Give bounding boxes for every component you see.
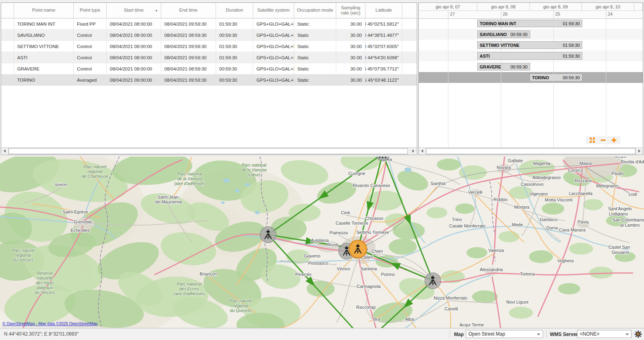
gantt-horizontal-scrollbar[interactable]: [419, 147, 643, 155]
left-arrow-icon: [421, 149, 423, 153]
cell-end: 08/04/2021 08:59:30: [161, 63, 216, 74]
gantt-hour-header[interactable]: gio apr 8, 09: [530, 3, 582, 10]
city-label: Cassolnovo: [521, 182, 543, 187]
column-header-duration[interactable]: Duration: [216, 3, 253, 18]
gantt-occupation-bar[interactable]: ASTI01:59:30: [477, 52, 582, 60]
gantt-occupation-bar[interactable]: SETTIMO VITTONE01:59:30: [477, 41, 582, 49]
table-row[interactable]: ASTIControl08/04/2021 08:00:0008/04/2021…: [1, 52, 417, 63]
station-marker-torino[interactable]: [349, 240, 367, 258]
gantt-occupation-bar[interactable]: SAVIGLIANO00:59:30: [477, 30, 530, 38]
station-marker-gravere[interactable]: [260, 227, 276, 243]
column-header-label: Duration: [226, 8, 243, 13]
table-row[interactable]: GRAVEREControl08/04/2021 08:00:0008/04/2…: [1, 63, 417, 74]
expand-icon[interactable]: [589, 137, 595, 143]
city-label: Piossasco: [308, 261, 328, 266]
scrollbar-thumb[interactable]: [8, 148, 408, 154]
city-label: Sant'Angelo: [608, 206, 632, 211]
map-source-label: Map: [454, 332, 464, 337]
wms-server-value: <NONE>: [580, 331, 600, 337]
cell-occ: Static: [294, 52, 336, 63]
column-header-blank[interactable]: [402, 3, 416, 18]
occupation-point-name: ASTI: [480, 54, 490, 58]
gantt-subheader-row: 27262524: [419, 11, 643, 19]
cell-end: 08/04/2021 09:59:30: [161, 74, 216, 85]
column-header-point-name[interactable]: Point name: [14, 3, 74, 18]
gantt-hour-header-row: gio apr 8, 07gio apr 8, 08gio apr 8, 09g…: [419, 3, 643, 11]
city-label: Saint-Jean-: [157, 195, 180, 199]
left-arrow-icon: [4, 149, 6, 153]
application-window: Point namePoint typeStart time▲End timeD…: [0, 0, 644, 340]
openstreetmap-canvas[interactable]: VoironSaint-ÉgrèveGrenobleÉchirollesSain…: [0, 157, 644, 328]
station-marker-asti[interactable]: [425, 273, 441, 289]
wms-server-dropdown[interactable]: <NONE>: [577, 330, 632, 338]
column-header-end-time[interactable]: End time: [161, 3, 216, 18]
gantt-hour-header[interactable]: gio apr 8, 10: [582, 3, 634, 10]
city-label: Lodi: [629, 192, 637, 197]
gantt-body[interactable]: TORINO MAN INT01:59:30SAVIGLIANO00:59:30…: [419, 18, 643, 148]
city-label: Melegnano: [596, 183, 618, 188]
cell-duration: 00:59:30: [216, 74, 253, 85]
city-label: Magenta: [533, 161, 551, 166]
map-attribution-link[interactable]: © OpenStreetMap - Map data ©2025 OpenStr…: [2, 322, 97, 326]
cell-start: 08/04/2021 08:00:00: [107, 18, 161, 29]
column-header-blank[interactable]: [1, 3, 14, 18]
occupation-point-name: TORINO MAN INT: [480, 21, 516, 26]
cell-end: 08/04/2021 09:59:30: [161, 52, 216, 63]
right-arrow-icon: [412, 149, 414, 153]
cell-rate: 30.00: [336, 30, 365, 40]
gantt-occupation-bar[interactable]: TORINO MAN INT01:59:30: [477, 20, 582, 27]
table-body: TORINO MAN INTFixed PP08/04/2021 08:00:0…: [1, 18, 417, 86]
gantt-row[interactable]: [419, 29, 643, 40]
scroll-left-button[interactable]: [1, 148, 8, 154]
time-gridline: [448, 18, 448, 148]
column-header-sampling-rate-sec-[interactable]: Sampling rate (sec): [336, 3, 365, 18]
gantt-hour-header[interactable]: gio apr 8, 08: [477, 3, 530, 10]
zoom-in-icon[interactable]: [611, 137, 617, 143]
table-row[interactable]: SETTIMO VITTONEControl08/04/2021 08:00:0…: [1, 41, 417, 52]
gantt-hour-header[interactable]: gio apr 8, 07: [419, 3, 477, 10]
gantt-occupation-bar[interactable]: GRAVERE00:59:30: [477, 63, 530, 70]
city-label: Robbio: [494, 197, 508, 202]
city-label: Vercelli: [468, 190, 482, 195]
city-label: Chivasso: [365, 216, 383, 221]
city-label: Alba: [405, 317, 414, 322]
row-indicator-cell: [1, 52, 14, 63]
city-label: Milano: [579, 161, 592, 166]
cell-name: TORINO: [14, 74, 74, 85]
scroll-left-button[interactable]: [419, 148, 426, 154]
city-label: Vigevano: [529, 191, 548, 196]
cell-lat: N 45°07'39.7712": [365, 63, 402, 74]
city-label: Abbiategrasso: [533, 175, 561, 180]
cell-type: Control: [74, 52, 107, 63]
city-label: Carmagnola: [357, 284, 381, 289]
row-indicator-cell: [402, 30, 416, 40]
city-label: Trino: [452, 217, 462, 222]
cell-start: 08/04/2021 08:00:00: [107, 52, 161, 63]
time-gridline: [606, 18, 606, 148]
table-row[interactable]: TORINOAveraged08/04/2021 09:00:0008/04/2…: [1, 74, 417, 86]
map-view[interactable]: VoironSaint-ÉgrèveGrenobleÉchirollesSain…: [0, 157, 644, 328]
subheader-gridline: [553, 11, 554, 18]
settings-gear-icon[interactable]: [634, 330, 642, 340]
city-label: Grenoble: [74, 219, 92, 224]
occupation-duration: 00:59:30: [511, 64, 528, 69]
column-header-occupation-mode[interactable]: Occupation mode: [294, 3, 336, 18]
gantt-occupation-bar[interactable]: TORINO00:59:30: [530, 74, 583, 81]
column-header-latitude[interactable]: Latitude: [365, 3, 402, 18]
gantt-row[interactable]: [419, 61, 643, 72]
scroll-right-button[interactable]: [636, 148, 643, 154]
cell-end: 08/04/2021 08:59:30: [161, 30, 216, 40]
column-header-point-type[interactable]: Point type: [74, 3, 107, 18]
scrollbar-thumb[interactable]: [426, 148, 636, 154]
table-horizontal-scrollbar[interactable]: [1, 147, 417, 155]
map-source-dropdown[interactable]: Open Street Map: [466, 330, 543, 338]
column-header-start-time[interactable]: Start time▲: [107, 3, 161, 18]
table-row[interactable]: SAVIGLIANOControl08/04/2021 08:00:0008/0…: [1, 30, 417, 41]
zoom-out-icon[interactable]: [600, 137, 606, 143]
scroll-right-button[interactable]: [410, 148, 417, 154]
column-header-label: Latitude: [375, 8, 392, 13]
park-label: plateaux: [36, 285, 53, 290]
city-label: Rozzano: [575, 178, 592, 183]
column-header-satellite-system[interactable]: Satellite system: [253, 3, 294, 18]
table-row[interactable]: TORINO MAN INTFixed PP08/04/2021 08:00:0…: [1, 18, 417, 30]
